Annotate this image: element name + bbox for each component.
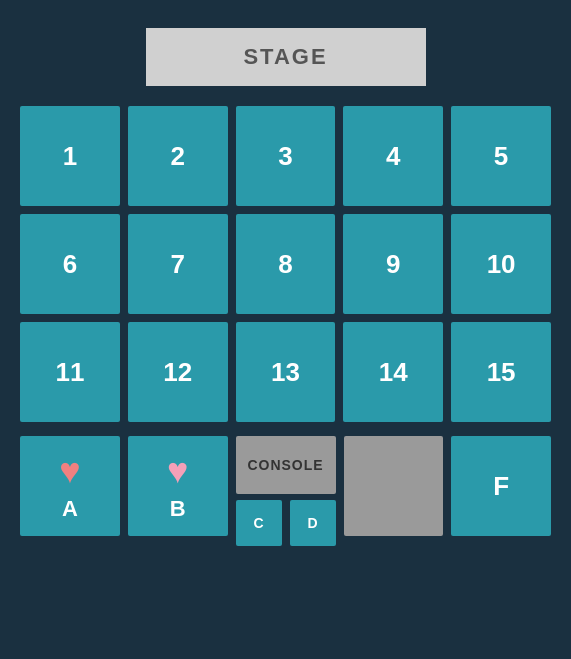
seat-12[interactable]: 12 [128,322,228,422]
seat-row-1: 1 2 3 4 5 [20,106,551,206]
seat-a[interactable]: ♥ A [20,436,120,536]
seat-f-label: F [493,471,509,502]
seat-2[interactable]: 2 [128,106,228,206]
seat-3[interactable]: 3 [236,106,336,206]
stage-area: STAGE [0,0,571,106]
seat-d-label: D [307,515,317,531]
seat-1[interactable]: 1 [20,106,120,206]
seat-10[interactable]: 10 [451,214,551,314]
seat-e[interactable] [344,436,444,536]
heart-b-icon: ♥ [167,450,188,492]
console-label: CONSOLE [247,457,323,473]
seat-11[interactable]: 11 [20,322,120,422]
console-box[interactable]: CONSOLE [236,436,336,494]
heart-a-icon: ♥ [59,450,80,492]
seat-7[interactable]: 7 [128,214,228,314]
seat-15[interactable]: 15 [451,322,551,422]
stage-label: STAGE [243,44,327,70]
seat-d[interactable]: D [290,500,336,546]
seat-row-3: 11 12 13 14 15 [20,322,551,422]
seat-14[interactable]: 14 [343,322,443,422]
seat-b-label: B [170,496,186,522]
seat-8[interactable]: 8 [236,214,336,314]
seats-grid: 1 2 3 4 5 6 7 8 9 10 11 12 13 14 15 [0,106,571,422]
seat-a-label: A [62,496,78,522]
bottom-area: ♥ A ♥ B CONSOLE C D F [0,422,571,546]
seat-13[interactable]: 13 [236,322,336,422]
seat-c[interactable]: C [236,500,282,546]
console-block: CONSOLE C D [236,436,336,546]
seat-4[interactable]: 4 [343,106,443,206]
seat-b[interactable]: ♥ B [128,436,228,536]
seat-c-label: C [253,515,263,531]
seat-5[interactable]: 5 [451,106,551,206]
seat-6[interactable]: 6 [20,214,120,314]
console-sub-row: C D [236,500,336,546]
seat-9[interactable]: 9 [343,214,443,314]
seat-f[interactable]: F [451,436,551,536]
seat-row-2: 6 7 8 9 10 [20,214,551,314]
stage-box: STAGE [146,28,426,86]
